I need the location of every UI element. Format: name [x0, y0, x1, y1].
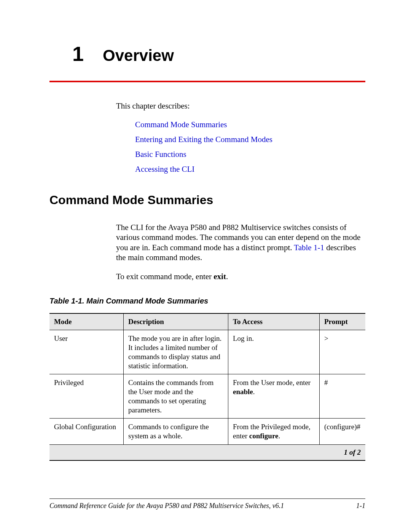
- chapter-header: 1 Overview: [72, 42, 365, 66]
- cell-access-tail: .: [253, 388, 255, 396]
- cell-prompt: (configure)#: [320, 419, 366, 445]
- cell-desc: Contains the commands from the User mode…: [124, 374, 228, 419]
- cell-prompt: >: [320, 330, 366, 374]
- cell-mode: Privileged: [49, 374, 124, 419]
- intro-text: This chapter describes:: [116, 101, 365, 111]
- cell-access-text: Log in.: [233, 334, 254, 342]
- table-row: User The mode you are in after login. It…: [49, 330, 365, 374]
- table-header-row: Mode Description To Access Prompt: [49, 313, 365, 330]
- cell-mode: Global Configuration: [49, 419, 124, 445]
- para2-text-a: To exit command mode, enter: [116, 272, 213, 281]
- table-cross-ref-link[interactable]: Table 1-1: [294, 243, 324, 252]
- cell-desc: Commands to configure the system as a wh…: [124, 419, 228, 445]
- toc-link-basic-functions[interactable]: Basic Functions: [135, 150, 365, 159]
- th-to-access: To Access: [228, 313, 320, 330]
- page: 1 Overview This chapter describes: Comma…: [0, 0, 411, 532]
- table-row: Global Configuration Commands to configu…: [49, 419, 365, 445]
- th-mode: Mode: [49, 313, 124, 330]
- toc-link-command-mode-summaries[interactable]: Command Mode Summaries: [135, 120, 365, 129]
- toc-link-accessing-cli[interactable]: Accessing the CLI: [135, 165, 365, 174]
- cell-access: From the Privileged mode, enter configur…: [228, 419, 320, 445]
- table-pager-row: 1 of 2: [49, 444, 365, 460]
- cell-prompt: #: [320, 374, 366, 419]
- table-pager: 1 of 2: [49, 444, 365, 460]
- cell-access-tail: .: [278, 432, 280, 440]
- table-caption: Table 1-1. Main Command Mode Summaries: [49, 297, 365, 305]
- footer-left: Command Reference Guide for the Avaya P5…: [49, 502, 284, 510]
- table-row: Privileged Contains the commands from th…: [49, 374, 365, 419]
- th-prompt: Prompt: [320, 313, 366, 330]
- para2-text-b: .: [226, 272, 228, 281]
- cell-mode: User: [49, 330, 124, 374]
- cell-access-bold: configure: [249, 432, 279, 440]
- body-paragraph-2: To exit command mode, enter exit.: [116, 272, 365, 281]
- cell-desc: The mode you are in after login. It incl…: [124, 330, 228, 374]
- body-paragraph-1: The CLI for the Avaya P580 and P882 Mult…: [116, 222, 365, 262]
- cell-access-bold: enable: [233, 388, 253, 396]
- toc-link-entering-exiting[interactable]: Entering and Exiting the Command Modes: [135, 135, 365, 144]
- cell-access: Log in.: [228, 330, 320, 374]
- page-footer: Command Reference Guide for the Avaya P5…: [49, 498, 365, 510]
- footer-right: 1-1: [356, 502, 365, 510]
- cell-access: From the User mode, enter enable.: [228, 374, 320, 419]
- th-description: Description: [124, 313, 228, 330]
- command-mode-table: Mode Description To Access Prompt User T…: [49, 313, 365, 460]
- toc-links: Command Mode Summaries Entering and Exit…: [135, 120, 365, 174]
- divider-rule: [49, 81, 365, 82]
- chapter-title: Overview: [103, 46, 174, 65]
- chapter-number: 1: [72, 42, 84, 66]
- cell-access-text: From the User mode, enter: [233, 379, 311, 387]
- para2-bold: exit: [213, 272, 226, 281]
- section-heading: Command Mode Summaries: [49, 193, 365, 207]
